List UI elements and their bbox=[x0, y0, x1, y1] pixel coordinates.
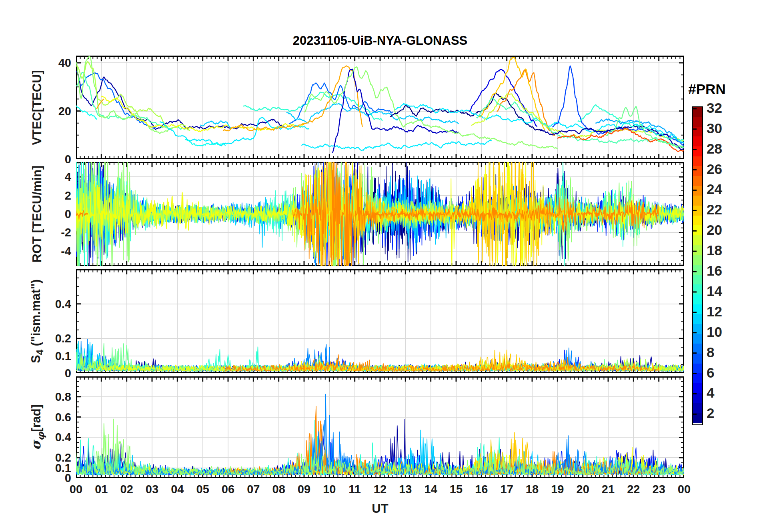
x-tick-label: 22 bbox=[627, 482, 640, 496]
x-tick-label: 19 bbox=[551, 482, 564, 496]
y-tick-label: 0 bbox=[0, 152, 71, 166]
y-tick-label: -2 bbox=[0, 226, 71, 239]
x-tick-label: 08 bbox=[272, 482, 285, 496]
colorbar-tick-label: 14 bbox=[707, 283, 722, 299]
panel-rot bbox=[76, 162, 684, 266]
x-tick-label: 05 bbox=[196, 482, 209, 496]
y-tick-label: 0.2 bbox=[0, 332, 71, 345]
colorbar-title: #PRN bbox=[685, 81, 729, 97]
panel-vtec-canvas bbox=[76, 56, 684, 159]
colorbar-tick-label: 18 bbox=[707, 242, 722, 258]
panel-sigma bbox=[76, 376, 684, 478]
x-tick-label: 00 bbox=[678, 482, 691, 496]
colorbar-tick-label: 22 bbox=[707, 202, 722, 218]
x-tick-label: 06 bbox=[222, 482, 234, 496]
y-tick-label: 20 bbox=[0, 104, 71, 118]
x-tick-label: 23 bbox=[653, 482, 665, 496]
panel-s4 bbox=[76, 269, 684, 373]
y-tick-label: 0 bbox=[0, 366, 71, 380]
x-tick-label: 04 bbox=[171, 482, 184, 496]
colorbar-tick-label: 24 bbox=[707, 181, 722, 197]
y-tick-label: 0.8 bbox=[0, 390, 71, 404]
x-tick-label: 21 bbox=[602, 482, 615, 496]
colorbar-tick-label: 16 bbox=[707, 263, 722, 279]
y-tick-label: 40 bbox=[0, 56, 71, 70]
x-tick-label: 15 bbox=[450, 482, 463, 496]
colorbar-tick-label: 28 bbox=[707, 141, 722, 157]
x-tick-label: 00 bbox=[70, 482, 82, 496]
y-tick-label: 0.4 bbox=[0, 297, 71, 311]
x-tick-label: 03 bbox=[146, 482, 158, 496]
colorbar-tick-label: 26 bbox=[707, 161, 722, 177]
y-tick-label: -4 bbox=[0, 244, 71, 258]
y-tick-label: 0 bbox=[0, 207, 71, 221]
colorbar-canvas bbox=[693, 107, 702, 423]
colorbar-tick-label: 8 bbox=[707, 344, 714, 360]
x-tick-label: 09 bbox=[298, 482, 310, 496]
x-tick-label: 20 bbox=[577, 482, 589, 496]
x-tick-label: 14 bbox=[425, 482, 437, 496]
colorbar-tick-label: 10 bbox=[707, 324, 722, 340]
y-tick-label: 0.6 bbox=[0, 410, 71, 424]
x-tick-label: 07 bbox=[247, 482, 260, 496]
x-tick-label: 10 bbox=[323, 482, 336, 496]
x-tick-label: 01 bbox=[95, 482, 108, 496]
colorbar-tick-label: 4 bbox=[707, 385, 714, 401]
y-tick-label: 0.1 bbox=[0, 349, 71, 363]
y-tick-label: 4 bbox=[0, 170, 71, 184]
colorbar-tick-label: 32 bbox=[707, 100, 722, 116]
colorbar-tick-label: 30 bbox=[707, 120, 722, 136]
y-tick-label: 2 bbox=[0, 189, 71, 202]
colorbar bbox=[692, 106, 703, 425]
x-tick-label: 02 bbox=[120, 482, 133, 496]
x-tick-label: 16 bbox=[475, 482, 488, 496]
panel-s4-canvas bbox=[76, 269, 684, 373]
colorbar-tick-label: 12 bbox=[707, 304, 722, 320]
x-axis-label: UT bbox=[76, 502, 684, 516]
x-tick-label: 12 bbox=[374, 482, 387, 496]
x-tick-label: 18 bbox=[526, 482, 539, 496]
colorbar-tick-label: 2 bbox=[707, 405, 714, 421]
panel-vtec bbox=[76, 56, 684, 159]
panel-rot-canvas bbox=[76, 162, 684, 266]
x-tick-label: 17 bbox=[501, 482, 513, 496]
y-tick-label: 0.4 bbox=[0, 430, 71, 444]
x-tick-label: 11 bbox=[348, 482, 361, 496]
figure: 20231105-UiB-NYA-GLONASS VTEC[TECU] ROT … bbox=[0, 0, 761, 532]
x-tick-label: 13 bbox=[399, 482, 412, 496]
colorbar-tick-label: 6 bbox=[707, 365, 714, 381]
y-tick-label: 0.2 bbox=[0, 451, 71, 464]
chart-title: 20231105-UiB-NYA-GLONASS bbox=[76, 34, 684, 48]
panel-sigma-canvas bbox=[76, 376, 684, 478]
colorbar-tick-label: 20 bbox=[707, 222, 722, 238]
